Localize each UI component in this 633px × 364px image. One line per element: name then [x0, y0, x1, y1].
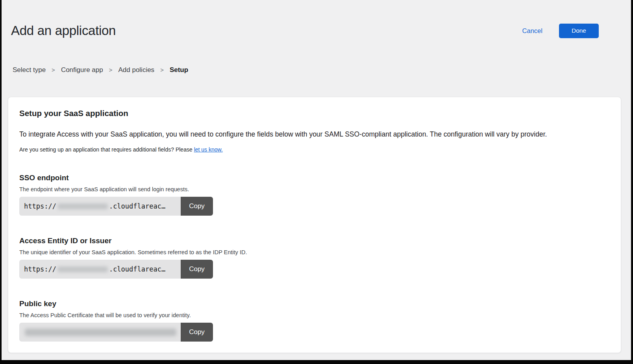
window-frame: Add an application Cancel Done Select ty…: [0, 0, 633, 364]
setup-card: Setup your SaaS application To integrate…: [8, 97, 621, 353]
breadcrumb-step-select-type[interactable]: Select type: [13, 66, 46, 74]
field-label: Public key: [19, 299, 610, 308]
value-suffix: .cloudflareac…: [109, 265, 165, 273]
breadcrumb-step-configure-app[interactable]: Configure app: [61, 66, 103, 74]
field-label: Access Entity ID or Issuer: [19, 236, 610, 245]
entity-id-control: https:// .cloudflareac… Copy: [19, 260, 213, 279]
breadcrumb: Select type > Configure app > Add polici…: [13, 66, 631, 74]
public-key-control: Copy: [19, 323, 213, 342]
let-us-know-link[interactable]: let us know.: [194, 146, 223, 153]
field-group-public-key: Public key The Access Public Certificate…: [19, 299, 610, 342]
card-note: Are you setting up an application that r…: [19, 146, 610, 153]
entity-id-value[interactable]: https:// .cloudflareac…: [19, 260, 181, 279]
copy-button-sso-endpoint[interactable]: Copy: [181, 197, 213, 216]
redacted-team-name: [57, 203, 108, 209]
field-description: The Access Public Certificate that will …: [19, 312, 610, 319]
card-intro-text: To integrate Access with your SaaS appli…: [19, 129, 610, 139]
breadcrumb-separator: >: [52, 66, 55, 74]
page-title: Add an application: [11, 23, 116, 39]
field-description: The endpoint where your SaaS application…: [19, 186, 610, 193]
breadcrumb-separator: >: [160, 66, 164, 74]
done-button[interactable]: Done: [559, 24, 599, 38]
page-background: Add an application Cancel Done Select ty…: [2, 0, 631, 360]
public-key-value[interactable]: [19, 323, 181, 342]
page-header: Add an application Cancel Done: [2, 0, 631, 39]
value-prefix: https://: [24, 202, 56, 210]
card-title: Setup your SaaS application: [19, 108, 610, 118]
sso-endpoint-value[interactable]: https:// .cloudflareac…: [19, 197, 181, 216]
field-group-sso-endpoint: SSO endpoint The endpoint where your Saa…: [19, 173, 610, 216]
copy-button-public-key[interactable]: Copy: [181, 323, 213, 342]
field-description: The unique identifier of your SaaS appli…: [19, 249, 610, 256]
sso-endpoint-control: https:// .cloudflareac… Copy: [19, 197, 213, 216]
copy-button-entity-id[interactable]: Copy: [181, 260, 213, 279]
card-note-text: Are you setting up an application that r…: [19, 146, 194, 153]
breadcrumb-separator: >: [109, 66, 113, 74]
redacted-public-key: [25, 329, 176, 336]
redacted-team-name: [57, 266, 108, 272]
cancel-button[interactable]: Cancel: [522, 27, 542, 35]
value-suffix: .cloudflareac…: [109, 202, 165, 210]
value-prefix: https://: [24, 265, 56, 273]
field-label: SSO endpoint: [19, 173, 610, 182]
breadcrumb-step-setup[interactable]: Setup: [170, 66, 188, 74]
breadcrumb-step-add-policies[interactable]: Add policies: [118, 66, 154, 74]
field-group-entity-id: Access Entity ID or Issuer The unique id…: [19, 236, 610, 279]
header-actions: Cancel Done: [522, 24, 599, 38]
